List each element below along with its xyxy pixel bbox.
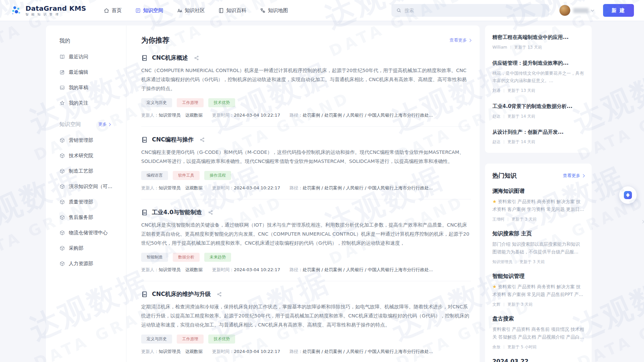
recommend-item-title[interactable]: 从设计到生产：创新产品开发... — [492, 128, 584, 136]
sidebar-space-procurement[interactable]: 采购部 — [59, 245, 121, 251]
nav-item-wiki[interactable]: 知识百科 — [218, 7, 247, 14]
hot-item[interactable]: 盘古搜索 资料索引 产品资料 商务售前 项目情况 技术相关 答疑解惑 产品文档 … — [492, 315, 584, 350]
nav-item-knowledge-map[interactable]: 知识地图 — [260, 7, 288, 14]
username-blurred — [573, 8, 589, 13]
article-path[interactable]: 处罚案例 / 处罚案例 / 人民银行 / 中国人民银行上海市分行行政处... — [303, 349, 433, 354]
recommend-item[interactable]: 工业4.0背景下的制造业数据分析... 赵达更新于 14 天前 — [492, 103, 584, 119]
article-path[interactable]: 处罚案例 / 处罚案例 / 人民银行 / 中国人民银行上海市分行行政处... — [303, 113, 433, 118]
nav-item-home[interactable]: 首页 — [104, 7, 122, 14]
view-more-label: 查看更多 — [563, 173, 580, 179]
sidebar-item-label: 最近编辑 — [69, 69, 88, 75]
user-menu[interactable] — [559, 5, 594, 16]
sidebar-item-recent-edits[interactable]: 最近编辑 — [59, 69, 121, 75]
recommend-item[interactable]: 从设计到生产：创新产品开发... 赵达更新于 14 天前 — [492, 128, 584, 145]
article-tag[interactable]: 技术优势 — [208, 98, 235, 107]
author: 赵达 — [492, 139, 500, 145]
nav-item-label: 知识社区 — [185, 7, 205, 14]
sidebar-space-demo[interactable]: 演示知识空间（可... — [59, 183, 121, 190]
recommend-item-desc: 桃花，是中国传统文化中的重要花卉之一，具有丰富的文化内涵和象征意义。... — [492, 70, 584, 84]
sidebar-space-logistics[interactable]: 物流仓储管理中心 — [59, 230, 121, 236]
nav-item-knowledge-space[interactable]: 知识空间 — [135, 7, 163, 14]
share-icon[interactable] — [208, 210, 213, 215]
sidebar-item-my-drafts[interactable]: 我的草稿 — [59, 84, 121, 91]
article-tag[interactable]: 未来趋势 — [204, 253, 231, 262]
article-tag[interactable]: 操作流程 — [204, 171, 231, 180]
sidebar-space-manufacturing[interactable]: 制造工艺部 — [59, 168, 121, 174]
hot-item[interactable]: 渊海知识图谱 ★资料索引 产品资料 商务资料 解决方案 技术资料 客户案例 学习… — [492, 188, 584, 222]
article-tag[interactable]: 定义与历史 — [141, 98, 172, 107]
updated-time: 更新于 3 天前 — [520, 259, 545, 265]
article-tag[interactable]: 工作原理 — [177, 98, 204, 107]
hot-item[interactable]: 知识搜索部 主页 部门介绍 知识搜索部以底层搜索能力和知识图谱能力为基础，不仅提… — [492, 230, 584, 265]
hot-item-title[interactable]: 盘古搜索 — [492, 315, 584, 322]
new-button[interactable]: 新 建 — [603, 4, 634, 17]
search-icon — [396, 8, 401, 13]
recommend-item[interactable]: 供应链管理：提升制造业效率的... 桃花，是中国传统文化中的重要花卉之一，具有丰… — [492, 59, 584, 94]
chevron-down-icon — [591, 8, 594, 12]
sidebar-space-tech-institute[interactable]: 技术研究院 — [59, 153, 121, 159]
updated-time: 更新于 3 天前 — [507, 302, 533, 307]
article-tag[interactable]: 技术优势 — [208, 335, 235, 344]
cube-icon — [59, 215, 65, 220]
nav-item-community[interactable]: 知识社区 — [177, 7, 205, 14]
article-summary: 定期清洁机床，检查润滑油和冷却液，保持机床良好的工作状态，掌握基本的故障诊断和排… — [141, 302, 471, 329]
sidebar-space-aftersales[interactable]: 售后服务部 — [59, 214, 121, 221]
sidebar-space-marketing[interactable]: 营销管理部 — [59, 137, 121, 143]
knowledge-space-icon — [135, 8, 141, 13]
hot-view-more-link[interactable]: 查看更多 — [563, 173, 584, 179]
view-more-label: 查看更多 — [449, 37, 467, 43]
spaces-more-link[interactable]: 更多 — [98, 122, 110, 127]
hot-item-title[interactable]: 智能知识管理 — [492, 273, 584, 280]
article-tag[interactable]: 数据分析 — [173, 253, 200, 262]
spaces-more-label: 更多 — [98, 122, 107, 127]
sidebar-item-label: 营销管理部 — [69, 137, 93, 143]
sidebar-item-my-follows[interactable]: 我的关注 — [59, 100, 121, 106]
sidebar-item-recent-visits[interactable]: 最近访问 — [59, 54, 121, 60]
share-icon[interactable] — [217, 292, 222, 297]
recommend-item[interactable]: 精密工程在高端制造业中的应用... William更新于 13 天前 — [492, 34, 584, 50]
sidebar-space-hr[interactable]: 人力资源部 — [59, 260, 121, 267]
hot-item-title[interactable]: 渊海知识图谱 — [492, 188, 584, 195]
hot-item-title[interactable]: 2024.03.22 — [492, 358, 584, 362]
hot-item[interactable]: 2024.03.22 代申 王军军 本周完成工作 知识图谱 【bug】排查并解决… — [492, 358, 584, 362]
search-input[interactable] — [405, 8, 544, 13]
article-title[interactable]: CNC机床的维护与升级 — [152, 290, 211, 298]
hot-item[interactable]: 智能知识管理 ★资料索引 产品资料 商务资料 解决方案 技术资料 客户案例 常见… — [492, 273, 584, 307]
recommend-item-title[interactable]: 精密工程在高端制造业中的应用... — [492, 34, 584, 41]
article-summary: CNC（COMPUTER NUMERICAL CONTROL）机床是一种通过计算… — [141, 66, 471, 93]
share-icon[interactable] — [194, 55, 199, 61]
feed-view-more-link[interactable]: 查看更多 — [449, 37, 471, 43]
chevron-right-icon — [468, 39, 472, 42]
share-icon[interactable] — [200, 137, 205, 142]
recommend-item-title[interactable]: 工业4.0背景下的制造业数据分析... — [492, 103, 584, 110]
article-tag[interactable]: 工作原理 — [177, 335, 204, 344]
article-title[interactable]: CNC编程与操作 — [152, 136, 194, 143]
article-path[interactable]: 处罚案例 / 处罚案例 / 人民银行 / 中国人民银行上海市分行行政处... — [303, 185, 433, 190]
nav-item-label: 知识空间 — [143, 7, 163, 14]
sidebar-section-spaces: 知识空间 更多 — [59, 121, 121, 128]
avatar[interactable] — [559, 5, 571, 16]
article-tag[interactable]: 定义与历史 — [141, 335, 172, 344]
search-bar[interactable] — [391, 4, 549, 17]
star-icon: ★ — [492, 199, 497, 204]
article-path[interactable]: 处罚案例 / 处罚案例 / 人民银行 / 中国人民银行上海市分行行政处... — [303, 267, 433, 272]
article-card: CNC机床概述 CNC（COMPUTER NUMERICAL CONTROL）机… — [141, 45, 471, 127]
author: 知识管理员 — [492, 259, 513, 265]
sidebar-space-quality[interactable]: 质量管理部 — [59, 199, 121, 205]
ai-assistant-button[interactable] — [619, 186, 637, 204]
article-title[interactable]: 工业4.0与智能制造 — [152, 208, 202, 216]
home-icon — [104, 8, 109, 13]
logo[interactable]: DataGrand KMS 智 能 知 识 管 理 — [10, 4, 86, 16]
article-tag[interactable]: 编程语言 — [141, 171, 168, 180]
article-meta: 更新人：知识管理员达观数据 更新时间：2024-03-04 10:22:17 路… — [141, 185, 471, 191]
recommend-item-title[interactable]: 供应链管理：提升制造业效率的... — [492, 59, 584, 67]
panel-expand-handle[interactable] — [641, 218, 644, 224]
nav-item-label: 知识百科 — [226, 7, 247, 14]
updated-time: 更新于 13 天前 — [514, 45, 542, 50]
hot-item-title[interactable]: 知识搜索部 主页 — [492, 230, 584, 237]
knowledge-map-icon — [260, 8, 266, 13]
article-tag[interactable]: 软件工具 — [173, 171, 200, 180]
article-title[interactable]: CNC机床概述 — [152, 54, 188, 62]
document-icon — [141, 55, 148, 61]
article-tag[interactable]: 智能制造 — [141, 253, 168, 262]
